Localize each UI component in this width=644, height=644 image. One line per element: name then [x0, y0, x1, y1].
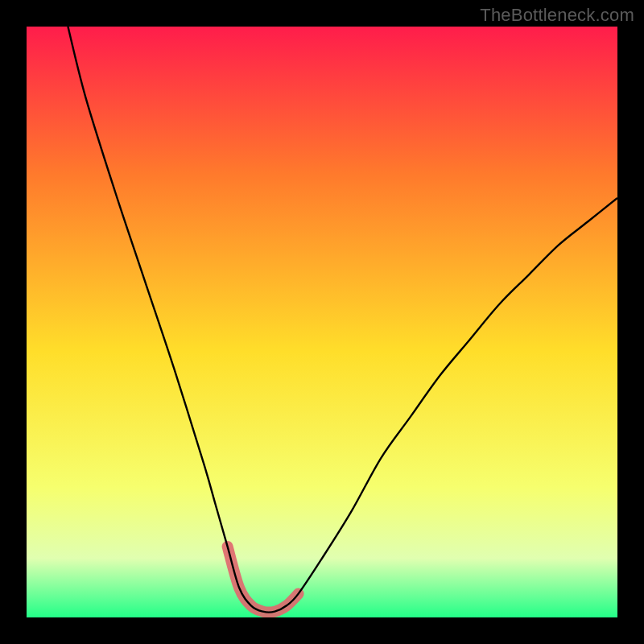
bottleneck-curve [68, 27, 617, 613]
chart-frame: TheBottleneck.com [0, 0, 644, 644]
curve-layer [27, 27, 617, 617]
trough-highlight [228, 547, 299, 613]
plot-area [27, 27, 617, 617]
watermark-text: TheBottleneck.com [480, 5, 634, 26]
